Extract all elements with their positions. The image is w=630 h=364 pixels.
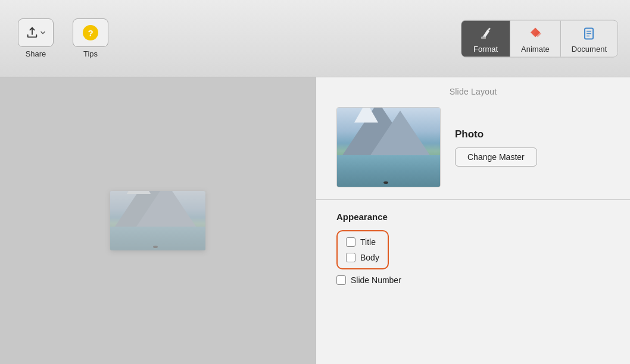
tips-button[interactable]: ? Tips: [67, 15, 114, 62]
tab-format[interactable]: Format: [461, 20, 510, 57]
slide-lake: [337, 155, 440, 187]
animate-icon: [527, 25, 544, 42]
slide-number-checkbox-row[interactable]: Slide Number: [336, 275, 610, 285]
slide-mountain-right: [370, 111, 430, 155]
slide-layout-title: Slide Layout: [330, 87, 616, 96]
slide-boat: [383, 181, 388, 184]
slide-layout-content: Photo Change Master: [330, 107, 616, 187]
appearance-section: Appearance Title Body Slide Number: [316, 200, 630, 297]
share-dropdown-icon: [40, 30, 46, 36]
share-button[interactable]: Share: [12, 15, 60, 62]
lake: [110, 227, 205, 250]
mountain-right: [136, 191, 196, 227]
tips-icon: ?: [83, 25, 98, 40]
slide-name: Photo: [455, 128, 610, 140]
slide-layout-section: Slide Layout Photo Change Master: [316, 77, 630, 200]
toolbar-right: Format Animate: [461, 20, 618, 57]
tab-document[interactable]: Document: [561, 20, 617, 57]
view-tabs: Format Animate: [461, 20, 618, 57]
body-checkbox[interactable]: [346, 253, 355, 262]
slide-number-checkbox-label: Slide Number: [351, 275, 401, 285]
slide-landscape: [337, 108, 440, 187]
slide-thumbnail: [110, 191, 205, 250]
toolbar: Share ? Tips Format: [0, 0, 630, 77]
right-panel: Slide Layout Photo Change Master: [316, 77, 630, 364]
change-master-button[interactable]: Change Master: [455, 148, 537, 167]
appearance-title: Appearance: [336, 212, 610, 222]
tab-format-label: Format: [473, 44, 498, 53]
share-icon: [26, 26, 39, 39]
slide-panel: [0, 77, 316, 364]
share-label: Share: [26, 49, 46, 58]
share-button-inner: [18, 18, 54, 47]
svg-rect-0: [481, 36, 486, 39]
format-icon: [478, 25, 494, 42]
tips-label: Tips: [83, 49, 98, 58]
slide-preview: [336, 107, 441, 187]
tab-document-label: Document: [572, 44, 607, 53]
slide-number-checkbox[interactable]: [336, 275, 346, 285]
title-checkbox-row[interactable]: Title: [346, 237, 379, 247]
landscape-bg: [110, 191, 205, 250]
tab-animate[interactable]: Animate: [510, 20, 561, 57]
body-checkbox-row[interactable]: Body: [346, 253, 379, 262]
tips-button-inner: ?: [73, 18, 108, 47]
tab-animate-label: Animate: [521, 44, 550, 53]
slide-info: Photo Change Master: [455, 128, 610, 167]
title-checkbox-label: Title: [360, 237, 376, 247]
boat: [153, 246, 158, 248]
document-icon: [581, 25, 597, 42]
toolbar-left: Share ? Tips: [12, 15, 114, 62]
highlighted-checkbox-group: Title Body: [336, 230, 389, 269]
title-checkbox[interactable]: [346, 237, 355, 247]
body-checkbox-label: Body: [360, 253, 379, 262]
